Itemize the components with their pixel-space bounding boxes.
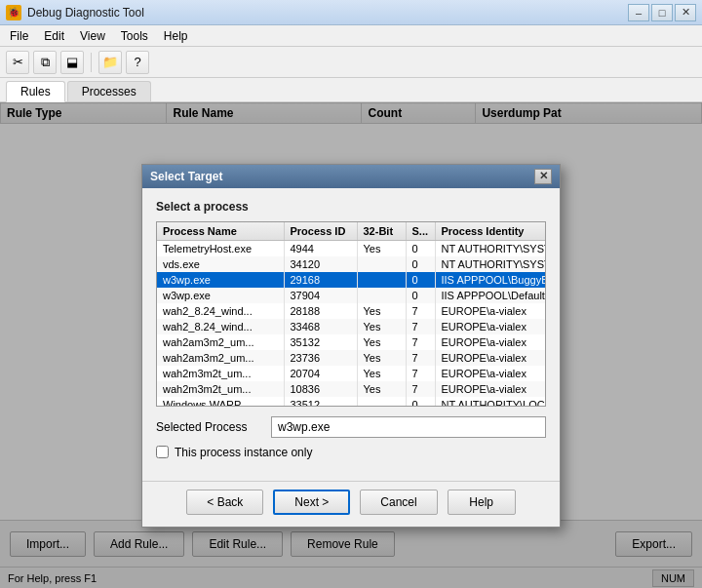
copy-button[interactable]: ⧉ xyxy=(33,51,57,74)
proc-s: 0 xyxy=(406,397,435,407)
proc-identity: EUROPE\a-vialex xyxy=(435,334,546,350)
proc-pid: 33512 xyxy=(284,397,357,407)
checkbox-label[interactable]: This process instance only xyxy=(175,446,312,459)
menu-help[interactable]: Help xyxy=(156,27,196,45)
main-content: Rule Type Rule Name Count Userdump Pat I… xyxy=(0,102,702,588)
proc-bit32: Yes xyxy=(357,366,406,381)
proc-bit32: Yes xyxy=(357,381,406,397)
tab-processes[interactable]: Processes xyxy=(67,81,151,101)
proc-pid: 23736 xyxy=(284,350,357,366)
proc-pid: 37904 xyxy=(284,288,357,303)
cut-button[interactable]: ✂ xyxy=(6,51,29,74)
process-row[interactable]: wah2_8.24_wind... 33468 Yes 7 EUROPE\a-v… xyxy=(157,319,546,334)
next-button[interactable]: Next > xyxy=(273,490,350,515)
proc-bit32 xyxy=(357,397,406,407)
section-label: Select a process xyxy=(156,200,546,214)
proc-s: 7 xyxy=(406,350,435,366)
proc-identity: EUROPE\a-vialex xyxy=(435,381,546,397)
process-row[interactable]: wah2am3m2_um... 35132 Yes 7 EUROPE\a-via… xyxy=(157,334,546,350)
window-controls: – □ ✕ xyxy=(628,4,696,21)
proc-bit32: Yes xyxy=(357,303,406,319)
proc-bit32: Yes xyxy=(357,350,406,366)
paste-button[interactable]: ⬓ xyxy=(60,51,84,74)
dialog-buttons: < Back Next > Cancel Help xyxy=(142,481,560,527)
proc-name: wah2am3m2_um... xyxy=(157,350,284,366)
proc-s: 7 xyxy=(406,319,435,334)
proc-bit32: Yes xyxy=(357,319,406,334)
process-row[interactable]: wah2m3m2t_um... 20704 Yes 7 EUROPE\a-via… xyxy=(157,366,546,381)
proc-name: w3wp.exe xyxy=(157,272,284,288)
proc-s: 0 xyxy=(406,272,435,288)
process-row[interactable]: w3wp.exe 29168 0 IIS APPPOOL\BuggyBits.l… xyxy=(157,272,546,288)
proc-name: Windows.WARP.... xyxy=(157,397,284,407)
proc-s: 7 xyxy=(406,381,435,397)
col-process-identity: Process Identity xyxy=(435,222,546,241)
minimize-button[interactable]: – xyxy=(628,4,649,21)
process-row[interactable]: TelemetryHost.exe 4944 Yes 0 NT AUTHORIT… xyxy=(157,240,546,256)
proc-identity: NT AUTHORITY\SYSTEM xyxy=(435,240,546,256)
menu-tools[interactable]: Tools xyxy=(113,27,156,45)
tabs: Rules Processes xyxy=(0,78,702,102)
proc-pid: 20704 xyxy=(284,366,357,381)
proc-pid: 35132 xyxy=(284,334,357,350)
toolbar-separator xyxy=(91,53,92,72)
proc-bit32: Yes xyxy=(357,334,406,350)
toolbar: ✂ ⧉ ⬓ 📁 ? xyxy=(0,47,702,78)
menu-edit[interactable]: Edit xyxy=(36,27,72,45)
proc-pid: 10836 xyxy=(284,381,357,397)
proc-name: wah2_8.24_wind... xyxy=(157,319,284,334)
proc-s: 0 xyxy=(406,240,435,256)
cancel-button[interactable]: Cancel xyxy=(360,490,437,515)
proc-name: wah2_8.24_wind... xyxy=(157,303,284,319)
proc-s: 0 xyxy=(406,288,435,303)
dialog-close-button[interactable]: ✕ xyxy=(534,169,552,184)
proc-identity: EUROPE\a-vialex xyxy=(435,303,546,319)
maximize-button[interactable]: □ xyxy=(651,4,673,21)
process-table-wrapper[interactable]: Process Name Process ID 32-Bit S... Proc… xyxy=(156,221,546,407)
tab-rules[interactable]: Rules xyxy=(6,81,65,102)
proc-pid: 29168 xyxy=(284,272,357,288)
proc-s: 0 xyxy=(406,256,435,272)
col-process-id: Process ID xyxy=(284,222,357,241)
back-button[interactable]: < Back xyxy=(186,490,263,515)
title-bar: 🐞 Debug Diagnostic Tool – □ ✕ xyxy=(0,0,702,25)
proc-s: 7 xyxy=(406,303,435,319)
menu-bar: File Edit View Tools Help xyxy=(0,25,702,47)
proc-name: TelemetryHost.exe xyxy=(157,240,284,256)
proc-bit32 xyxy=(357,256,406,272)
process-row[interactable]: Windows.WARP.... 33512 0 NT AUTHORITY\LO… xyxy=(157,397,546,407)
dialog-body: Select a process Process Name Process ID… xyxy=(142,188,560,481)
proc-name: wah2am3m2_um... xyxy=(157,334,284,350)
proc-name: wah2m3m2t_um... xyxy=(157,381,284,397)
open-button[interactable]: 📁 xyxy=(98,51,122,74)
help-button[interactable]: ? xyxy=(126,51,149,74)
dialog-titlebar: Select Target ✕ xyxy=(142,165,560,188)
proc-name: vds.exe xyxy=(157,256,284,272)
process-row[interactable]: wah2_8.24_wind... 28188 Yes 7 EUROPE\a-v… xyxy=(157,303,546,319)
menu-view[interactable]: View xyxy=(72,27,113,45)
process-row[interactable]: wah2am3m2_um... 23736 Yes 7 EUROPE\a-via… xyxy=(157,350,546,366)
dialog-title: Select Target xyxy=(150,170,534,183)
proc-identity: EUROPE\a-vialex xyxy=(435,366,546,381)
process-instance-checkbox[interactable] xyxy=(156,446,169,458)
process-row[interactable]: wah2m3m2t_um... 10836 Yes 7 EUROPE\a-via… xyxy=(157,381,546,397)
app-icon: 🐞 xyxy=(6,5,21,20)
proc-pid: 34120 xyxy=(284,256,357,272)
proc-s: 7 xyxy=(406,366,435,381)
menu-file[interactable]: File xyxy=(2,27,36,45)
proc-s: 7 xyxy=(406,334,435,350)
proc-bit32: Yes xyxy=(357,240,406,256)
selected-process-input[interactable] xyxy=(271,416,546,438)
proc-name: w3wp.exe xyxy=(157,288,284,303)
proc-pid: 33468 xyxy=(284,319,357,334)
help-dialog-button[interactable]: Help xyxy=(448,490,516,515)
proc-name: wah2m3m2t_um... xyxy=(157,366,284,381)
proc-identity: NT AUTHORITY\LOCAL SE... xyxy=(435,397,546,407)
close-button[interactable]: ✕ xyxy=(675,4,696,21)
process-row[interactable]: w3wp.exe 37904 0 IIS APPPOOL\DefaultAppP… xyxy=(157,288,546,303)
proc-identity: EUROPE\a-vialex xyxy=(435,319,546,334)
process-table-body: TelemetryHost.exe 4944 Yes 0 NT AUTHORIT… xyxy=(157,240,546,407)
selected-process-row: Selected Process xyxy=(156,416,546,438)
checkbox-row: This process instance only xyxy=(156,446,546,459)
process-row[interactable]: vds.exe 34120 0 NT AUTHORITY\SYSTEM xyxy=(157,256,546,272)
